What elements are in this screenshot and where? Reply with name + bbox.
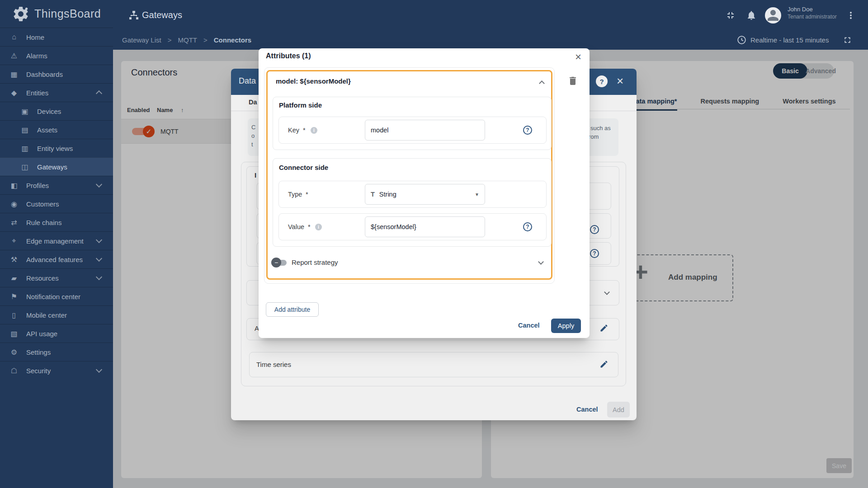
- required-asterisk: *: [308, 223, 311, 230]
- thingsboard-logo-icon: [12, 5, 30, 23]
- sidebar-item-icon: ▤: [20, 126, 30, 134]
- sidebar-item-icon: ▣: [20, 107, 30, 116]
- sidebar-item-label: Edge management: [26, 237, 84, 245]
- gateways-hub-icon: [128, 10, 139, 21]
- sidebar: ThingsBoard ⌂ Home ⚠ Alarms ▦ Dashboards…: [0, 0, 113, 488]
- sidebar-item[interactable]: ⚙ Settings: [0, 343, 113, 361]
- sidebar-item-icon: ◆: [9, 89, 19, 97]
- user-avatar[interactable]: [765, 7, 781, 23]
- sidebar-item-icon: ◉: [9, 200, 19, 208]
- sidebar-item-icon: ⚒: [9, 255, 19, 264]
- chevron-down-icon: [96, 181, 102, 188]
- sidebar-item-icon: ⇄: [9, 218, 19, 227]
- add-attribute-button[interactable]: Add attribute: [266, 302, 319, 317]
- sidebar-item-label: Alarms: [26, 52, 47, 60]
- sidebar-item-label: Notification center: [26, 293, 80, 300]
- sidebar-item-icon: ⚑: [9, 292, 19, 301]
- info-icon: i: [311, 127, 317, 134]
- platform-side-title: Platform side: [279, 101, 322, 109]
- sidebar-item-icon: ▦: [9, 70, 19, 79]
- sidebar-item[interactable]: ⚒ Advanced features: [0, 250, 113, 268]
- value-input[interactable]: [365, 216, 485, 237]
- type-select-value: String: [379, 191, 396, 198]
- sidebar-item-label: Entities: [26, 89, 48, 97]
- type-select[interactable]: T String ▼: [365, 184, 485, 205]
- help-icon[interactable]: ?: [523, 126, 532, 135]
- sidebar-item[interactable]: ⇄ Rule chains: [0, 213, 113, 231]
- sidebar-item[interactable]: ⌖ Edge management: [0, 231, 113, 250]
- breadcrumb-mqtt[interactable]: MQTT: [178, 36, 197, 44]
- sidebar-nav: ⌂ Home ⚠ Alarms ▦ Dashboards ◆ Entities …: [0, 28, 113, 380]
- fullscreen-expand-icon[interactable]: [843, 35, 852, 45]
- attribute-panel-header[interactable]: model: ${sensorModel}: [276, 77, 351, 85]
- kebab-menu-icon[interactable]: [845, 10, 856, 21]
- sidebar-item-label: Devices: [37, 108, 61, 115]
- sidebar-item[interactable]: ☖ Security: [0, 361, 113, 380]
- breadcrumb-gateway-list[interactable]: Gateway List: [122, 36, 161, 44]
- sidebar-item-icon: ⚙: [9, 348, 19, 357]
- sidebar-item[interactable]: ▥ Entity views: [0, 139, 113, 157]
- sidebar-item[interactable]: ⚑ Notification center: [0, 287, 113, 305]
- sidebar-item[interactable]: ▧ API usage: [0, 324, 113, 343]
- logo[interactable]: ThingsBoard: [0, 0, 113, 28]
- page-title: Gateways: [142, 10, 182, 20]
- sidebar-item-label: Gateways: [37, 163, 67, 171]
- sidebar-item-label: Profiles: [26, 182, 49, 189]
- chevron-down-icon: [96, 274, 102, 280]
- sidebar-item[interactable]: ⌂ Home: [0, 28, 113, 46]
- report-strategy-label: Report strategy: [292, 258, 338, 266]
- sidebar-item-icon: ▰: [9, 274, 19, 282]
- chevron-down-icon: [96, 255, 102, 262]
- sidebar-item-label: Home: [26, 33, 44, 41]
- time-window-selector[interactable]: Realtime - last 15 minutes: [750, 36, 829, 44]
- sidebar-item-label: Advanced features: [26, 256, 83, 263]
- value-label: Value: [288, 223, 304, 230]
- sidebar-item-icon: ▥: [20, 144, 30, 153]
- breadcrumb-separator: >: [203, 36, 208, 44]
- help-icon[interactable]: ?: [523, 222, 532, 231]
- required-asterisk: *: [303, 127, 306, 134]
- breadcrumb-separator: >: [168, 36, 172, 44]
- sidebar-item-label: Settings: [26, 348, 51, 356]
- sidebar-item-icon: ⚠: [9, 52, 19, 60]
- collapse-icon[interactable]: [725, 10, 736, 21]
- sidebar-item[interactable]: ▯ Mobile center: [0, 305, 113, 324]
- thingsboard-app: Gateways John Doe Tenant administrator G…: [0, 0, 868, 488]
- breadcrumb-connectors: Connectors: [214, 36, 251, 44]
- sidebar-item[interactable]: ▰ Resources: [0, 268, 113, 287]
- key-label: Key: [288, 127, 299, 134]
- sidebar-item-label: API usage: [26, 330, 57, 338]
- chevron-down-icon: [96, 237, 102, 243]
- sidebar-item[interactable]: ▣ Devices: [0, 102, 113, 120]
- chevron-up-icon: [96, 90, 102, 97]
- sidebar-item-label: Customers: [26, 200, 59, 208]
- sidebar-item-icon: ▧: [9, 329, 19, 338]
- apply-button[interactable]: Apply: [551, 319, 581, 333]
- user-name: John Doe: [788, 6, 813, 13]
- cancel-button[interactable]: Cancel: [518, 322, 540, 329]
- sidebar-item[interactable]: ◆ Entities: [0, 83, 113, 102]
- sidebar-item-icon: ◫: [20, 163, 30, 171]
- key-input[interactable]: [365, 120, 485, 141]
- user-role: Tenant administrator: [788, 14, 837, 20]
- sidebar-item[interactable]: ◉ Customers: [0, 194, 113, 213]
- sidebar-item-label: Assets: [37, 126, 57, 134]
- sidebar-item-label: Security: [26, 367, 51, 375]
- sidebar-item[interactable]: ▤ Assets: [0, 120, 113, 139]
- modal-title: Attributes (1): [266, 52, 311, 60]
- sidebar-item-icon: ▯: [9, 311, 19, 319]
- close-icon[interactable]: ×: [575, 51, 581, 63]
- report-strategy-toggle[interactable]: −: [271, 258, 281, 267]
- info-icon: i: [315, 224, 322, 230]
- sidebar-item[interactable]: ◧ Profiles: [0, 176, 113, 194]
- breadcrumb: Gateway List>MQTT>Connectors: [122, 36, 251, 44]
- sidebar-item[interactable]: ▦ Dashboards: [0, 65, 113, 83]
- chevron-down-icon: [96, 366, 102, 373]
- notifications-bell-icon[interactable]: [746, 10, 757, 21]
- delete-trash-icon[interactable]: [567, 75, 578, 86]
- sidebar-item-label: Rule chains: [26, 219, 61, 226]
- dropdown-arrow-icon: ▼: [475, 192, 479, 197]
- sidebar-item[interactable]: ⚠ Alarms: [0, 46, 113, 65]
- sidebar-item[interactable]: ◫ Gateways: [0, 157, 113, 176]
- type-label: Type: [288, 191, 302, 198]
